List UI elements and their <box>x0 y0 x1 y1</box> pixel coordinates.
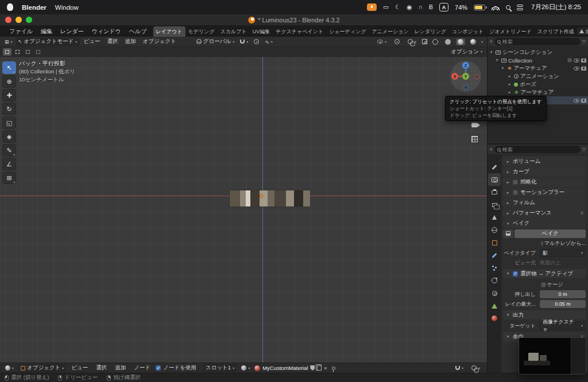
battery-icon[interactable] <box>474 5 485 10</box>
material-name[interactable]: MyCustomMaterial <box>262 365 308 371</box>
app-menu-blender[interactable]: Blender <box>22 4 47 11</box>
tab-scripting[interactable]: スクリプト作成 <box>535 26 577 37</box>
gizmo-x-axis-ball[interactable]: X <box>451 73 458 80</box>
image-preview-window[interactable] <box>519 337 586 375</box>
gizmo-y-axis-ball[interactable]: Y <box>462 73 469 80</box>
viewport-menu-add[interactable]: 追加 <box>122 38 139 45</box>
subpanel-selected-to-active[interactable]: ▾ ✓ 選択物 → アクティブ <box>503 269 586 278</box>
panel-bake[interactable]: ▾ ベイク <box>503 219 586 228</box>
shading-wireframe-button[interactable] <box>431 38 440 45</box>
spotlight-icon[interactable] <box>506 5 510 10</box>
snap-toggle[interactable]: ▾ <box>238 39 250 44</box>
control-center-icon[interactable] <box>517 5 523 10</box>
disable-in-render-icon[interactable] <box>581 67 586 71</box>
unlink-material-button[interactable]: × <box>324 365 327 371</box>
navigation-gizmo[interactable]: Z X Y <box>450 61 481 92</box>
select-mode-extend-button[interactable] <box>13 48 22 56</box>
disable-in-render-icon[interactable] <box>581 59 586 63</box>
funnel-filter-icon[interactable]: ▽ <box>582 147 586 152</box>
select-mode-new-button[interactable] <box>3 48 11 56</box>
viewport-menu-object[interactable]: オブジェクト <box>140 38 179 45</box>
zoom-button[interactable] <box>26 17 32 23</box>
tab-geometry-nodes[interactable]: ジオメトリノード <box>486 26 534 37</box>
toggle-grid-button[interactable] <box>469 134 479 144</box>
tab-material-properties[interactable] <box>488 312 501 325</box>
select-mode-subtract-button[interactable] <box>24 48 32 56</box>
bluetooth-icon[interactable]: Ƀ <box>429 4 433 10</box>
outliner-row-armature-data[interactable]: ▸ ∗ アーマチュア <box>488 88 588 96</box>
outliner-search-input[interactable] <box>502 39 578 45</box>
tab-layout[interactable]: レイアウト <box>153 26 185 37</box>
menu-file[interactable]: ファイル <box>5 28 37 36</box>
panel-volume[interactable]: ▸ ボリューム <box>503 157 586 166</box>
panel-simplify[interactable]: ▸ 簡略化 <box>503 177 586 187</box>
tool-rotate[interactable]: ↻ <box>2 103 16 115</box>
panel-motion-blur[interactable]: ▸ モーションブラー <box>503 188 586 197</box>
tool-transform[interactable]: ◈ <box>2 130 16 143</box>
tool-add-cube[interactable]: ⊞ <box>2 171 16 184</box>
tab-rendering[interactable]: レンダリング <box>412 26 449 37</box>
properties-search-input[interactable] <box>502 147 578 153</box>
falloff-selector[interactable]: ∿ ▾ <box>262 38 275 45</box>
hide-in-viewport-icon[interactable] <box>574 59 579 63</box>
node-menu-add[interactable]: 追加 <box>112 364 129 372</box>
tab-texture-paint[interactable]: テクスチャペイント <box>273 26 326 37</box>
tab-render-properties[interactable] <box>488 173 501 186</box>
headphones-icon[interactable]: ∩ <box>418 4 423 10</box>
copy-material-button[interactable] <box>317 365 322 371</box>
shader-type-selector[interactable]: オブジェクト ▾ <box>18 364 66 372</box>
properties-search[interactable] <box>494 146 581 153</box>
gizmo-toggle[interactable] <box>392 38 402 45</box>
shading-rendered-button[interactable] <box>469 38 478 45</box>
orientation-selector[interactable]: グローバル ▾ <box>194 37 237 46</box>
shading-dropdown-icon[interactable]: ▾ <box>481 40 483 44</box>
node-menu-node[interactable]: ノード <box>131 364 153 372</box>
tool-options-button[interactable]: オプション ▾ <box>451 48 484 56</box>
proportional-edit-toggle[interactable] <box>252 38 261 45</box>
hide-in-viewport-icon[interactable] <box>574 99 579 103</box>
extrusion-field[interactable]: 0 m <box>540 290 586 298</box>
menu-edit[interactable]: 編集 <box>37 28 56 36</box>
scene-selector[interactable]: Scene ▾ <box>577 28 588 35</box>
tab-constraint-properties[interactable] <box>488 287 501 299</box>
tab-data-properties[interactable] <box>488 299 501 312</box>
wifi-icon[interactable] <box>492 5 500 10</box>
filter-icon[interactable]: ≡ <box>490 40 493 44</box>
selected-to-active-checkbox[interactable]: ✓ <box>513 271 518 276</box>
use-nodes-checkbox[interactable]: ✓ <box>156 365 161 371</box>
tab-uv-editing[interactable]: UV編集 <box>250 26 273 37</box>
expander-icon[interactable]: ▸ <box>507 74 512 79</box>
minimize-button[interactable] <box>16 17 22 23</box>
slot-selector[interactable]: スロット1 ▾ <box>203 364 237 372</box>
tab-world-properties[interactable] <box>488 224 501 236</box>
tab-animation[interactable]: アニメーション <box>369 26 411 37</box>
visibility-filter-button[interactable]: ▾ <box>375 39 389 44</box>
tool-select-box[interactable]: ↖ <box>2 61 16 74</box>
expander-icon[interactable]: ▸ <box>507 90 512 95</box>
max-ray-field[interactable]: 0.05 m <box>540 300 586 308</box>
tab-scene-properties[interactable] <box>488 211 501 224</box>
bake-icon-button[interactable] <box>503 229 513 238</box>
outliner-search[interactable] <box>494 38 581 45</box>
node-snap-toggle[interactable]: ▾ <box>453 365 466 371</box>
from-multires-checkbox[interactable] <box>541 241 543 246</box>
panel-performance[interactable]: ▸ パフォーマンス ≡ <box>503 208 586 218</box>
outliner-row-animation[interactable]: ▸ アニメーション <box>488 72 588 80</box>
outliner-row-armature[interactable]: ▾ ∗ アーマチュア <box>488 64 588 72</box>
target-dropdown[interactable]: 画像テクスチャ ▾ <box>540 322 586 330</box>
menu-window[interactable]: Window <box>55 4 79 11</box>
tab-object-properties[interactable] <box>488 236 501 249</box>
editor-type-button[interactable]: ⊞ ▾ <box>2 38 15 45</box>
hide-in-viewport-icon[interactable] <box>574 67 579 71</box>
expander-icon[interactable]: ▾ <box>494 58 500 63</box>
apple-menu-icon[interactable] <box>7 3 13 11</box>
tab-shading[interactable]: シェーディング <box>326 26 369 37</box>
fake-user-shield-icon[interactable] <box>310 365 315 371</box>
close-button[interactable] <box>5 17 11 23</box>
material-browse-button[interactable]: ▾ <box>239 365 252 371</box>
tab-compositing[interactable]: コンポジット <box>449 26 486 37</box>
tool-annotate[interactable]: ✎ <box>2 144 16 157</box>
outliner-row-pose[interactable]: ▸ ポーズ <box>488 80 588 88</box>
panel-curves[interactable]: ▸ カーブ <box>503 167 586 177</box>
node-menu-select[interactable]: 選択 <box>93 364 110 372</box>
